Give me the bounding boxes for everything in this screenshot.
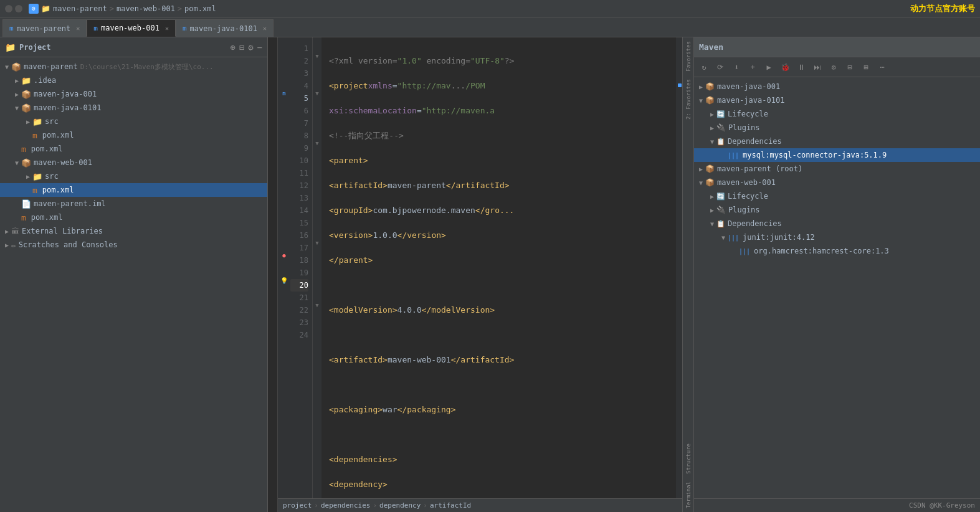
- lnum-21: 21: [290, 292, 308, 304]
- m-label-lifecycleweb: Lifecycle: [728, 192, 768, 201]
- editor-content[interactable]: m ● 💡: [278, 37, 682, 498]
- maven-header: Maven: [694, 37, 980, 57]
- tree-item-maven-web-001[interactable]: ▼ 📦 maven-web-001: [0, 156, 267, 169]
- label-favorites[interactable]: Favorites: [685, 37, 692, 75]
- tree-label-srcweb: src: [45, 172, 59, 181]
- code-line-10: [329, 279, 676, 292]
- m-arrow-java0101: ▼: [697, 97, 705, 104]
- maven-btn-collapse[interactable]: ⊟: [842, 60, 857, 75]
- maven-item-plugins-web[interactable]: ▶ 🔌 Plugins: [694, 203, 980, 217]
- lnum-12: 12: [290, 179, 308, 192]
- lnum-18: 18: [290, 254, 308, 267]
- m-arrow-lifecycleweb: ▶: [708, 193, 716, 200]
- tree-item-maven-java-0101[interactable]: ▼ 📦 maven-java-0101: [0, 101, 267, 115]
- maven-item-parent-root[interactable]: ▶ 📦 maven-parent (root): [694, 162, 980, 176]
- sidebar-title: Project: [19, 43, 51, 52]
- tree-item-parent-iml[interactable]: ▶ 📄 maven-parent.iml: [0, 197, 267, 211]
- tree-label-extlibs: External Libraries: [22, 227, 103, 235]
- m-icon-pluginsweb: 🔌: [716, 206, 726, 214]
- bc-pom: pom.xml: [184, 4, 216, 13]
- gutter-1: [278, 37, 290, 50]
- tab-label-0: maven-parent: [17, 24, 71, 33]
- tree-item-src-web[interactable]: ▶ 📁 src: [0, 169, 267, 183]
- gutter-2: [278, 50, 290, 62]
- tab-maven-web-001[interactable]: m maven-web-001 ✕: [87, 19, 176, 37]
- code-line-14: [329, 379, 676, 391]
- maven-item-deps-web[interactable]: ▼ 📋 Dependencies: [694, 217, 980, 230]
- lnum-8: 8: [290, 130, 308, 142]
- tree-icon-java0101: 📦: [21, 103, 31, 113]
- tree-item-maven-parent[interactable]: ▼ 📦 maven-parent D:\course\21-Maven多模块管理…: [0, 60, 267, 73]
- label-2[interactable]: 2: Favorites: [685, 75, 692, 123]
- sidebar-hide-btn[interactable]: −: [257, 42, 262, 52]
- maven-btn-run[interactable]: ▶: [761, 60, 776, 75]
- maven-item-lifecycle0101[interactable]: ▶ 🔄 Lifecycle: [694, 107, 980, 121]
- m-arrow-deps0101: ▼: [708, 138, 716, 145]
- maven-footer: CSDN @KK-Greyson: [694, 498, 980, 512]
- gutter-23: [278, 311, 290, 324]
- tree-label-pom0101: pom.xml: [42, 131, 74, 140]
- m-label-pluginsweb: Plugins: [728, 206, 760, 214]
- maven-item-lifecycle-web[interactable]: ▶ 🔄 Lifecycle: [694, 189, 980, 203]
- label-structure[interactable]: Structure: [685, 440, 692, 478]
- maven-item-hamcrest[interactable]: ▶ ||| org.hamcrest:hamcrest-core:1.3: [694, 244, 980, 258]
- tree-item-idea[interactable]: ▶ 📁 .idea: [0, 73, 267, 87]
- maven-btn-more[interactable]: ⋯: [875, 60, 890, 75]
- tree-item-src-0101[interactable]: ▶ 📁 src: [0, 115, 267, 128]
- maven-btn-refresh[interactable]: ↻: [697, 60, 711, 75]
- sidebar-locate-btn[interactable]: ⊕: [230, 42, 235, 52]
- m-label-deps0101: Dependencies: [728, 137, 782, 146]
- tree-item-maven-java-001[interactable]: ▶ 📦 maven-java-001: [0, 87, 267, 101]
- sidebar-tree: ▼ 📦 maven-parent D:\course\21-Maven多模块管理…: [0, 57, 267, 512]
- breadcrumb: 📁 maven-parent > maven-web-001 > pom.xml: [41, 4, 216, 13]
- bc-sep-2: ›: [373, 501, 377, 510]
- sidebar-settings-btn[interactable]: ⚙: [248, 42, 253, 52]
- bc-dependencies: dependencies: [321, 501, 370, 510]
- m-label-junit: junit:junit:4.12: [743, 233, 815, 242]
- maximize-btn[interactable]: [15, 5, 22, 12]
- maven-item-java001[interactable]: ▶ 📦 maven-java-001: [694, 80, 980, 93]
- maven-btn-download[interactable]: ⬇: [729, 60, 744, 75]
- gutter-15: [278, 212, 290, 224]
- tab-close-2[interactable]: ✕: [263, 25, 267, 32]
- maven-btn-add[interactable]: +: [745, 60, 760, 75]
- breadcrumb-bar: project › dependencies › dependency › ar…: [278, 498, 682, 512]
- tab-maven-parent[interactable]: m maven-parent ✕: [2, 19, 87, 37]
- code-line-6: <artifactId>maven-parent</artifactId>: [329, 179, 676, 192]
- tree-item-scratches[interactable]: ▶ ✏ Scratches and Consoles: [0, 238, 267, 252]
- tree-arrow-idea: ▶: [12, 77, 21, 84]
- tree-icon-src0101: 📁: [32, 117, 42, 126]
- maven-item-mysql[interactable]: ▶ ||| mysql:mysql-connector-java:5.1.9: [694, 148, 980, 162]
- code-line-12: [329, 329, 676, 341]
- tab-close-0[interactable]: ✕: [76, 25, 80, 32]
- tab-maven-java-0101[interactable]: m maven-java-0101 ✕: [176, 19, 274, 37]
- tab-close-1[interactable]: ✕: [165, 25, 169, 32]
- minimize-btn[interactable]: [5, 5, 12, 12]
- bc-project: project: [283, 501, 312, 510]
- maven-btn-reimport[interactable]: ⟳: [713, 60, 728, 75]
- tree-item-external-libs[interactable]: ▶ 🏛 External Libraries: [0, 224, 267, 238]
- scroll-indicator[interactable]: [676, 37, 682, 498]
- sidebar-actions: ⊕ ⊟ ⚙ −: [230, 42, 262, 52]
- maven-item-web001[interactable]: ▼ 📦 maven-web-001: [694, 176, 980, 189]
- maven-btn-toggle[interactable]: ⏸: [794, 60, 809, 75]
- maven-item-deps0101[interactable]: ▼ 📋 Dependencies: [694, 135, 980, 148]
- maven-btn-expand[interactable]: ⊞: [859, 60, 873, 75]
- sidebar-collapse-btn[interactable]: ⊟: [239, 42, 244, 52]
- maven-item-java0101[interactable]: ▼ 📦 maven-java-0101: [694, 93, 980, 107]
- maven-item-plugins0101[interactable]: ▶ 🔌 Plugins: [694, 121, 980, 135]
- tree-item-pom-web[interactable]: ▶ m pom.xml: [0, 183, 267, 197]
- tree-item-pom-parent[interactable]: ▶ m pom.xml: [0, 142, 267, 156]
- maven-btn-settings[interactable]: ⚙: [826, 60, 841, 75]
- tree-icon-idea: 📁: [21, 76, 31, 85]
- maven-btn-skip[interactable]: ⏭: [810, 60, 825, 75]
- label-terminal[interactable]: Terminal: [685, 478, 692, 512]
- tree-icon-pom0101: m: [32, 131, 37, 140]
- tree-item-pom-0101[interactable]: ▶ m pom.xml: [0, 128, 267, 142]
- code-editor[interactable]: <?xml version="1.0" encoding="UTF-8"?> <…: [321, 37, 676, 498]
- maven-btn-debug[interactable]: 🐞: [778, 60, 792, 75]
- maven-item-junit[interactable]: ▼ ||| junit:junit:4.12: [694, 230, 980, 244]
- tree-item-pom-root[interactable]: ▶ m pom.xml: [0, 211, 267, 224]
- tree-icon-web001: 📦: [21, 158, 31, 168]
- m-arrow-depsweb: ▼: [708, 220, 716, 227]
